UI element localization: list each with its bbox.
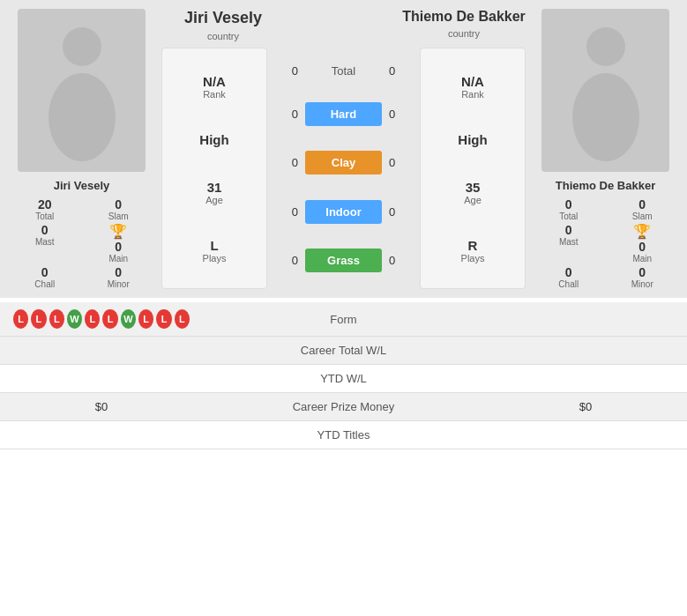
left-main-cell: 🏆 0 Main bbox=[83, 223, 155, 263]
indoor-button[interactable]: Indoor bbox=[305, 200, 382, 224]
right-total-cell: 0 Total bbox=[533, 197, 605, 221]
total-score-left: 0 bbox=[276, 64, 298, 78]
right-high-item: High bbox=[458, 132, 487, 147]
left-player-name: Jiri Vesely bbox=[54, 179, 110, 192]
left-mast-label: Mast bbox=[35, 237, 55, 247]
svg-point-2 bbox=[586, 27, 625, 66]
right-name-header: Thiemo De Bakker bbox=[402, 9, 526, 25]
form-badge-w: W bbox=[67, 309, 82, 329]
total-row: 0 Total 0 bbox=[276, 64, 411, 78]
right-mast-label: Mast bbox=[559, 237, 579, 247]
right-plays-item: R Plays bbox=[461, 238, 485, 263]
right-player-block: Thiemo De Bakker 0 Total 0 Slam 0 Mast 🏆… bbox=[533, 9, 678, 289]
left-rank-item: N/A Rank bbox=[203, 74, 226, 100]
left-minor-label: Minor bbox=[108, 279, 130, 289]
form-badges-left: LLLWLLWLLL bbox=[13, 309, 190, 329]
right-name-block: Thiemo De Bakker country bbox=[402, 9, 526, 41]
right-player-name: Thiemo De Bakker bbox=[556, 179, 655, 192]
left-slam-label: Slam bbox=[108, 212, 129, 221]
right-mast-cell: 0 Mast bbox=[533, 223, 605, 263]
right-chall-label: Chall bbox=[558, 279, 579, 289]
right-main-value: 0 bbox=[638, 240, 646, 254]
clay-button[interactable]: Clay bbox=[305, 151, 382, 174]
surface-panel: 0 Total 0 0 Hard 0 0 Clay 0 bbox=[272, 48, 415, 289]
prize-money-right: $0 bbox=[497, 400, 674, 413]
form-badge-l: L bbox=[156, 309, 171, 329]
right-minor-value: 0 bbox=[638, 265, 646, 279]
left-minor-value: 0 bbox=[115, 265, 122, 279]
form-badge-l: L bbox=[138, 309, 153, 329]
career-total-label: Career Total W/L bbox=[190, 344, 497, 357]
grass-row: 0 Grass 0 bbox=[276, 249, 411, 272]
hard-button[interactable]: Hard bbox=[305, 102, 382, 126]
left-trophy-icon: 🏆 bbox=[109, 223, 127, 240]
right-slam-label: Slam bbox=[632, 212, 653, 221]
indoor-score-right: 0 bbox=[389, 205, 411, 219]
left-age-label: Age bbox=[205, 195, 223, 205]
right-high-value: High bbox=[458, 132, 487, 147]
svg-point-1 bbox=[49, 73, 116, 161]
right-age-label: Age bbox=[464, 195, 482, 205]
left-total-label: Total bbox=[35, 212, 54, 221]
left-chall-value: 0 bbox=[41, 265, 49, 279]
right-player-avatar bbox=[541, 9, 669, 172]
left-main-label: Main bbox=[108, 254, 128, 263]
right-trophy-icon: 🏆 bbox=[633, 223, 651, 240]
right-player-stats: 0 Total 0 Slam 0 Mast 🏆 0 Main 0 bbox=[533, 197, 678, 289]
total-score-right: 0 bbox=[389, 64, 411, 78]
bottom-section: LLLWLLWLLL Form Career Total W/L YTD W/L… bbox=[0, 302, 687, 449]
right-chall-value: 0 bbox=[565, 265, 572, 279]
svg-point-0 bbox=[63, 27, 101, 66]
left-info-panel: N/A Rank High 31 Age L Plays bbox=[161, 48, 267, 289]
right-main-cell: 🏆 0 Main bbox=[607, 223, 679, 263]
right-rank-label: Rank bbox=[461, 89, 484, 100]
hard-score-left: 0 bbox=[276, 108, 298, 121]
left-plays-value: L bbox=[203, 238, 227, 253]
form-badge-l: L bbox=[49, 309, 64, 329]
form-badge-l: L bbox=[102, 309, 117, 329]
left-minor-cell: 0 Minor bbox=[83, 265, 155, 289]
left-total-value: 20 bbox=[38, 197, 52, 212]
right-age-value: 35 bbox=[464, 180, 482, 195]
surfaces-and-info: N/A Rank High 31 Age L Plays bbox=[161, 48, 526, 289]
right-mast-value: 0 bbox=[565, 223, 572, 237]
right-slam-value: 0 bbox=[638, 197, 646, 212]
right-plays-label: Plays bbox=[461, 253, 485, 263]
right-slam-cell: 0 Slam bbox=[607, 197, 679, 221]
right-rank-item: N/A Rank bbox=[461, 74, 484, 100]
form-badge-w: W bbox=[121, 309, 136, 329]
grass-score-right: 0 bbox=[389, 254, 411, 267]
left-name-block: Jiri Vesely country bbox=[161, 9, 285, 43]
left-age-item: 31 Age bbox=[205, 180, 223, 205]
right-info-panel: N/A Rank High 35 Age R Plays bbox=[420, 48, 526, 289]
svg-point-3 bbox=[572, 73, 639, 161]
clay-score-right: 0 bbox=[389, 156, 411, 169]
left-slam-value: 0 bbox=[115, 197, 122, 212]
left-player-avatar bbox=[18, 9, 146, 172]
indoor-score-left: 0 bbox=[276, 205, 298, 219]
left-rank-value: N/A bbox=[203, 74, 226, 89]
form-label: Form bbox=[190, 313, 497, 326]
left-mast-value: 0 bbox=[41, 223, 49, 237]
ytd-wl-row: YTD W/L bbox=[0, 365, 687, 393]
total-label: Total bbox=[305, 64, 382, 78]
left-name-header: Jiri Vesely bbox=[184, 9, 262, 27]
right-minor-cell: 0 Minor bbox=[607, 265, 679, 289]
prize-money-row: $0 Career Prize Money $0 bbox=[0, 393, 687, 421]
prize-money-label: Career Prize Money bbox=[190, 400, 497, 413]
left-country-flag: country bbox=[207, 31, 239, 41]
form-badge-l: L bbox=[31, 309, 46, 329]
right-rank-value: N/A bbox=[461, 74, 484, 89]
ytd-wl-label: YTD W/L bbox=[190, 372, 497, 385]
left-player-block: Jiri Vesely 20 Total 0 Slam 0 Mast 🏆 0 bbox=[9, 9, 154, 289]
right-age-item: 35 Age bbox=[464, 180, 482, 205]
ytd-titles-label: YTD Titles bbox=[190, 428, 497, 442]
form-row: LLLWLLWLLL Form bbox=[0, 302, 687, 337]
grass-button[interactable]: Grass bbox=[305, 249, 382, 272]
left-main-value: 0 bbox=[115, 240, 122, 254]
left-chall-label: Chall bbox=[34, 279, 55, 289]
left-slam-cell: 0 Slam bbox=[83, 197, 155, 221]
left-mast-cell: 0 Mast bbox=[9, 223, 81, 263]
right-total-label: Total bbox=[559, 212, 578, 221]
left-high-value: High bbox=[199, 132, 228, 147]
